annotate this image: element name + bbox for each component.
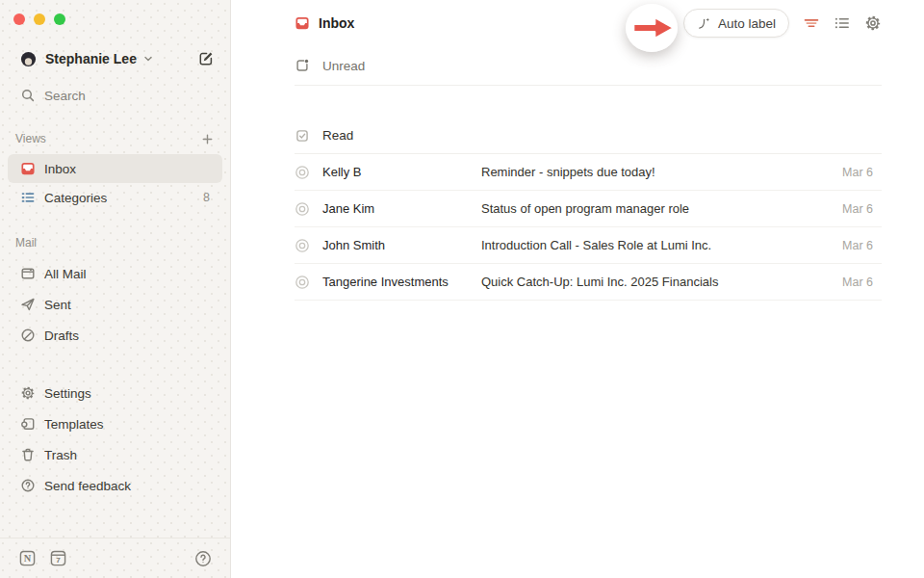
email-row[interactable]: Tangerine Investments Quick Catch-Up: Lu… xyxy=(295,264,882,301)
auto-label-sparkle-icon xyxy=(697,16,711,31)
search-label: Search xyxy=(44,89,86,103)
views-section-heading: Views xyxy=(0,129,230,148)
auto-label-button[interactable]: Auto label xyxy=(683,9,789,38)
chevron-down-icon xyxy=(143,54,153,64)
filter-button[interactable] xyxy=(803,14,820,32)
sidebar-item-inbox[interactable]: Inbox xyxy=(8,154,222,183)
sidebar-item-all-mail[interactable]: All Mail xyxy=(8,259,222,288)
email-sender: Jane Kim xyxy=(322,201,469,216)
select-circle-icon[interactable] xyxy=(295,201,310,217)
sidebar-item-templates[interactable]: Templates xyxy=(8,409,222,438)
email-subject: Introduction Call - Sales Role at Lumi I… xyxy=(481,238,830,252)
sidebar-item-label: Send feedback xyxy=(44,479,131,493)
minimize-window-button[interactable] xyxy=(34,13,45,25)
email-date: Mar 6 xyxy=(842,239,873,252)
categories-count-badge: 8 xyxy=(203,191,210,204)
page-title: Inbox xyxy=(295,15,354,31)
account-switcher[interactable]: Stephanie Lee xyxy=(8,45,222,72)
main-header: Inbox Auto label xyxy=(231,0,924,46)
sidebar-item-trash[interactable]: Trash xyxy=(8,440,222,469)
auto-label-label: Auto label xyxy=(718,16,776,31)
compose-button[interactable] xyxy=(197,50,215,67)
sidebar-item-send-feedback[interactable]: Send feedback xyxy=(8,471,222,500)
sent-icon xyxy=(20,297,36,312)
sidebar: Stephanie Lee Search Views xyxy=(0,0,231,578)
section-label: Read xyxy=(322,128,353,143)
email-row[interactable]: John Smith Introduction Call - Sales Rol… xyxy=(295,227,882,264)
question-circle-icon xyxy=(20,478,36,493)
svg-text:N: N xyxy=(24,553,32,564)
window-controls xyxy=(0,0,230,25)
calendar-icon[interactable]: 7 xyxy=(50,550,66,566)
annotation-arrow xyxy=(624,2,683,54)
list-view-button[interactable] xyxy=(834,14,851,32)
sidebar-item-label: Templates xyxy=(44,417,104,432)
inbox-icon xyxy=(295,15,310,31)
read-checkbox-icon xyxy=(295,128,310,144)
sidebar-item-label: Sent xyxy=(44,298,71,312)
add-view-button[interactable] xyxy=(200,132,215,146)
categories-icon xyxy=(20,190,36,205)
sidebar-item-categories[interactable]: Categories 8 xyxy=(8,183,222,212)
sidebar-item-settings[interactable]: Settings xyxy=(8,379,222,407)
search-button[interactable]: Search xyxy=(8,82,222,109)
svg-text:7: 7 xyxy=(56,556,61,565)
email-subject: Reminder - snippets due today! xyxy=(481,165,830,179)
main-content: Inbox Auto label xyxy=(231,0,924,578)
sidebar-item-label: Trash xyxy=(44,448,77,462)
select-circle-icon[interactable] xyxy=(295,165,310,180)
zoom-window-button[interactable] xyxy=(54,13,65,25)
templates-icon xyxy=(20,416,36,432)
email-subject: Status of open program manager role xyxy=(481,201,830,216)
toolbar: Auto label xyxy=(683,9,882,38)
section-header-unread[interactable]: Unread xyxy=(295,46,882,86)
email-sender: John Smith xyxy=(322,238,469,252)
email-row[interactable]: Kelly B Reminder - snippets due today! M… xyxy=(295,154,882,191)
email-date: Mar 6 xyxy=(842,166,873,179)
select-circle-icon[interactable] xyxy=(295,238,310,253)
sidebar-item-label: Settings xyxy=(44,386,91,401)
select-circle-icon[interactable] xyxy=(295,275,310,290)
trash-icon xyxy=(20,447,36,462)
sidebar-bottom-bar: N 7 xyxy=(0,538,230,578)
inbox-icon xyxy=(20,161,36,176)
sidebar-item-drafts[interactable]: Drafts xyxy=(8,321,222,350)
avatar xyxy=(20,51,37,67)
views-heading-label: Views xyxy=(15,132,46,145)
gear-icon xyxy=(20,385,36,401)
email-sender: Kelly B xyxy=(322,165,469,179)
mail-heading-label: Mail xyxy=(15,236,37,250)
email-date: Mar 6 xyxy=(842,202,873,216)
sidebar-item-label: All Mail xyxy=(44,267,87,281)
sidebar-item-sent[interactable]: Sent xyxy=(8,290,222,319)
all-mail-icon xyxy=(20,266,36,281)
email-date: Mar 6 xyxy=(842,276,873,289)
unread-icon xyxy=(295,58,310,73)
profile-name: Stephanie Lee xyxy=(45,51,137,66)
close-window-button[interactable] xyxy=(13,13,25,25)
settings-gear-button[interactable] xyxy=(864,14,882,32)
email-subject: Quick Catch-Up: Lumi Inc. 2025 Financial… xyxy=(481,275,830,289)
mail-section-heading: Mail xyxy=(0,233,230,252)
section-spacer xyxy=(231,86,924,118)
email-sender: Tangerine Investments xyxy=(322,275,469,289)
drafts-icon xyxy=(20,328,36,343)
search-icon xyxy=(20,88,36,103)
sidebar-item-label: Inbox xyxy=(44,162,76,176)
notion-mail-logo-icon[interactable]: N xyxy=(19,550,36,566)
sidebar-item-label: Categories xyxy=(44,191,107,205)
arrow-glow xyxy=(626,4,678,52)
sidebar-item-label: Drafts xyxy=(44,328,79,343)
section-header-read[interactable]: Read xyxy=(295,118,882,154)
mail-app-window: Stephanie Lee Search Views xyxy=(0,0,924,578)
section-label: Unread xyxy=(322,59,365,73)
email-row[interactable]: Jane Kim Status of open program manager … xyxy=(295,191,882,227)
help-icon[interactable] xyxy=(194,550,212,567)
page-title-label: Inbox xyxy=(319,15,354,31)
